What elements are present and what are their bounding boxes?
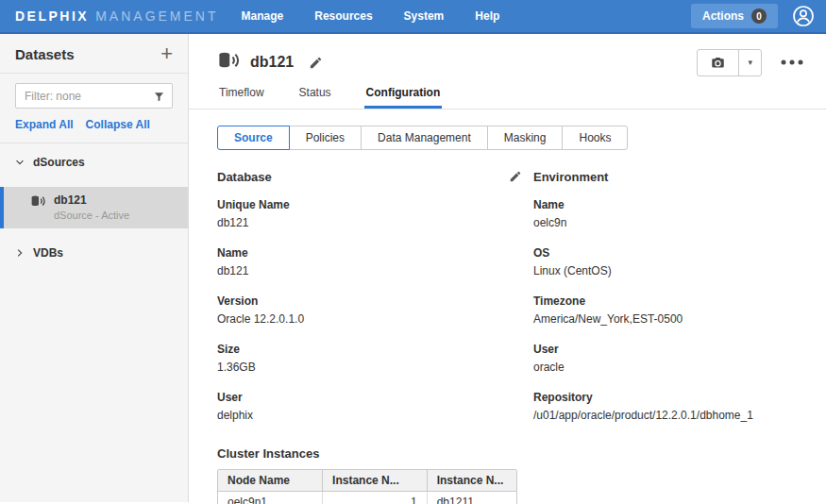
main-menu: Manage Resources System Help — [242, 9, 500, 23]
snapshot-split-button: ▾ — [697, 49, 762, 76]
dsource-icon — [30, 193, 46, 213]
menu-item-resources[interactable]: Resources — [314, 9, 372, 23]
snapshot-dropdown-caret[interactable]: ▾ — [739, 50, 761, 76]
field-db-user: User delphix — [217, 382, 533, 422]
field-label: Version — [217, 286, 533, 308]
column-header-instance-name[interactable]: Instance N... — [427, 470, 516, 492]
field-value: db121 — [217, 264, 533, 277]
actions-count-badge: 0 — [751, 8, 767, 24]
subtab-hooks[interactable]: Hooks — [562, 126, 628, 150]
column-header-node-name[interactable]: Node Name — [218, 470, 323, 492]
field-value: db121 — [217, 216, 533, 229]
cell-instance-name: db1211 — [427, 492, 516, 504]
cluster-instances-heading: Cluster Instances — [217, 446, 798, 461]
actions-label: Actions — [702, 9, 744, 23]
tree-group-vdbs[interactable]: VDBs — [0, 234, 188, 272]
subtab-policies[interactable]: Policies — [289, 126, 362, 150]
subtab-source[interactable]: Source — [217, 126, 290, 150]
subtab-masking[interactable]: Masking — [487, 126, 564, 150]
more-options-icon[interactable] — [781, 59, 803, 65]
field-label: User — [217, 382, 533, 404]
field-value: 1.36GB — [217, 361, 533, 374]
top-nav-bar: DELPHIX MANAGEMENT Manage Resources Syst… — [0, 0, 826, 34]
dsource-icon — [217, 49, 241, 76]
field-label: Unique Name — [217, 190, 533, 211]
tree-group-dsources[interactable]: dSources — [0, 143, 188, 181]
chevron-right-icon — [15, 244, 25, 261]
field-label: Size — [217, 334, 533, 356]
field-name: Name db121 — [217, 238, 533, 277]
expand-all-link[interactable]: Expand All — [15, 118, 74, 131]
menu-item-manage[interactable]: Manage — [242, 9, 284, 23]
cluster-instances-section: Cluster Instances Node Name Instance N..… — [217, 446, 798, 504]
divider — [0, 73, 188, 74]
environment-heading: Environment — [533, 170, 608, 184]
field-size: Size 1.36GB — [217, 334, 533, 374]
field-value: Oracle 12.2.0.1.0 — [217, 312, 533, 326]
field-timezone: Timezone America/New_York,EST-0500 — [533, 286, 798, 326]
field-repository: Repository /u01/app/oracle/product/12.2.… — [533, 382, 798, 422]
field-unique-name: Unique Name db121 — [217, 190, 533, 229]
configuration-subtabs: Source Policies Data Management Masking … — [217, 126, 826, 150]
field-value: America/New_York,EST-0500 — [533, 312, 798, 326]
snapshot-camera-button[interactable] — [698, 50, 739, 76]
field-value: Linux (CentOS) — [533, 264, 798, 277]
dataset-status: dSource - Active — [54, 210, 129, 221]
subtab-data-management[interactable]: Data Management — [361, 126, 488, 150]
menu-item-system[interactable]: System — [404, 9, 445, 23]
collapse-all-link[interactable]: Collapse All — [86, 118, 150, 131]
tab-timeflow[interactable]: Timeflow — [217, 80, 266, 109]
database-heading: Database — [217, 170, 272, 184]
field-value: oelc9n — [533, 216, 798, 229]
table-row[interactable]: oelc9n1 1 db1211 — [218, 492, 516, 504]
brand-secondary: MANAGEMENT — [95, 8, 218, 24]
environment-section: Environment Name oelc9n OS Linux (CentOS… — [533, 169, 798, 430]
user-avatar-icon[interactable] — [792, 5, 815, 27]
datasets-sidebar: Datasets + Expand All Collapse All dSour… — [0, 34, 189, 502]
tab-status[interactable]: Status — [297, 80, 333, 109]
delphix-logo: DELPHIX MANAGEMENT — [15, 8, 219, 24]
page-title: db121 — [250, 54, 294, 71]
chevron-down-icon — [15, 154, 25, 171]
cell-instance-number: 1 — [323, 492, 428, 504]
field-label: Name — [533, 190, 798, 211]
filter-funnel-icon[interactable] — [153, 90, 165, 107]
cell-node-name: oelc9n1 — [218, 492, 323, 504]
field-label: Timezone — [533, 286, 798, 308]
field-os: OS Linux (CentOS) — [533, 238, 798, 277]
column-header-instance-number[interactable]: Instance N... — [323, 470, 428, 492]
field-label: Name — [217, 238, 533, 260]
edit-title-pencil-icon[interactable] — [309, 56, 323, 70]
field-value: /u01/app/oracle/product/12.2.0.1/dbhome_… — [533, 409, 798, 422]
field-label: User — [533, 334, 798, 356]
field-env-user: User oracle — [533, 334, 798, 374]
dataset-name: db121 — [54, 193, 129, 207]
tab-configuration[interactable]: Configuration — [364, 80, 443, 109]
sidebar-title: Datasets — [15, 46, 75, 62]
field-label: Repository — [533, 382, 798, 404]
tab-bar: Timeflow Status Configuration — [189, 76, 826, 109]
field-label: OS — [533, 238, 798, 260]
filter-input[interactable] — [15, 83, 173, 109]
field-version: Version Oracle 12.2.0.1.0 — [217, 286, 533, 326]
field-env-name: Name oelc9n — [533, 190, 798, 229]
main-content: db121 ▾ Timeflow Status Configuration — [189, 34, 826, 502]
tree-group-label: dSources — [33, 156, 85, 169]
actions-button[interactable]: Actions 0 — [691, 4, 778, 28]
brand-primary: DELPHIX — [15, 8, 89, 24]
database-section: Database Unique Name db121 Name db121 — [217, 169, 533, 430]
edit-database-pencil-icon[interactable] — [509, 170, 522, 183]
field-value: delphix — [217, 409, 533, 422]
cluster-instances-table: Node Name Instance N... Instance N... oe… — [217, 469, 517, 504]
field-value: oracle — [533, 361, 798, 374]
menu-item-help[interactable]: Help — [475, 9, 499, 23]
add-dataset-icon[interactable]: + — [160, 45, 173, 62]
tree-group-label: VDBs — [33, 246, 63, 260]
tree-item-db121[interactable]: db121 dSource - Active — [0, 187, 188, 228]
